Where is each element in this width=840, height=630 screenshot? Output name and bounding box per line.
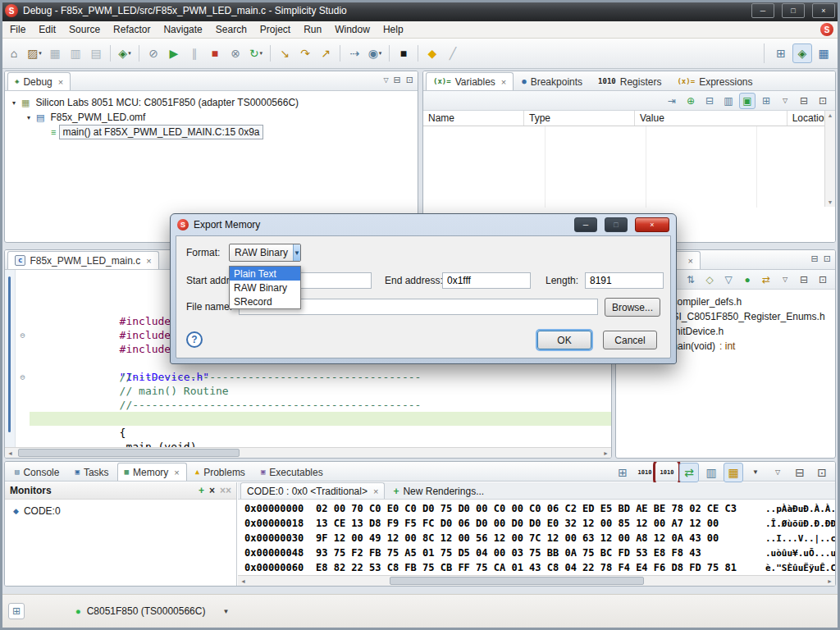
- sort-icon[interactable]: ⇅: [682, 272, 699, 288]
- step-return-icon[interactable]: ↗: [316, 43, 336, 63]
- cancel-button[interactable]: Cancel: [603, 331, 657, 349]
- simplicity-perspective-icon[interactable]: ▦: [814, 43, 833, 63]
- memory-row[interactable]: 0x00000030 9F 12 00 49 12 00 8C 12 00 56…: [238, 531, 835, 546]
- menu-item[interactable]: Refactor: [107, 21, 157, 38]
- fold-column[interactable]: [16, 286, 30, 300]
- fold-column[interactable]: [16, 440, 30, 447]
- scrollbar-thumb[interactable]: [18, 449, 240, 457]
- view-menu-icon[interactable]: ▼: [746, 463, 765, 482]
- logical-structure-icon[interactable]: ▣: [739, 93, 756, 109]
- step-into-icon[interactable]: ↘: [275, 43, 294, 63]
- disconnect-icon[interactable]: ⊗: [226, 43, 245, 63]
- view-menu-icon[interactable]: ▽: [383, 77, 388, 84]
- tab-memory[interactable]: ▦ Memory ×: [117, 463, 187, 481]
- scroll-right-icon[interactable]: ►: [600, 448, 611, 458]
- dialog-titlebar[interactable]: S Export Memory ─ □ ×: [171, 214, 676, 235]
- hide-fields-icon[interactable]: ◇: [701, 272, 718, 288]
- window-close-button[interactable]: ×: [812, 3, 835, 18]
- code-line[interactable]: //Enter default mode: [16, 398, 611, 412]
- tab-console[interactable]: ▤ Console: [7, 463, 66, 481]
- view-menu-icon[interactable]: ▽: [777, 272, 793, 288]
- close-icon[interactable]: ×: [174, 468, 179, 477]
- restart-icon[interactable]: ↻ ▾: [246, 43, 266, 63]
- window-maximize-button[interactable]: □: [782, 3, 805, 18]
- tab-debug[interactable]: ◈ Debug ×: [7, 72, 71, 90]
- menu-item[interactable]: Help: [377, 21, 410, 38]
- code-line[interactable]: [16, 426, 611, 440]
- skip-breakpoints-icon[interactable]: ⊘: [144, 43, 163, 63]
- length-field[interactable]: [585, 272, 664, 289]
- open-perspective-icon[interactable]: ⊞: [771, 43, 791, 63]
- variables-table-body[interactable]: [423, 126, 835, 208]
- tab-breakpoints[interactable]: ● Breakpoints: [514, 72, 590, 90]
- ok-button[interactable]: OK: [537, 331, 591, 349]
- close-icon[interactable]: ×: [146, 256, 151, 266]
- scroll-right-icon[interactable]: ►: [824, 576, 835, 586]
- new-wizard-icon[interactable]: ▨ ▾: [25, 43, 44, 63]
- dialog-close-button[interactable]: ×: [635, 217, 669, 232]
- code-line[interactable]: while (1) {} // Spin forever: [16, 440, 611, 447]
- save-all-icon[interactable]: ▥: [66, 43, 85, 63]
- console-icon[interactable]: ■: [394, 43, 413, 63]
- fold-minus-icon[interactable]: ⊖: [20, 331, 25, 340]
- memory-row[interactable]: 0x00000048 93 75 F2 FB 75 A5 01 75 D5 04…: [238, 546, 835, 560]
- tab-tasks[interactable]: ▣ Tasks: [67, 463, 116, 481]
- browse-button[interactable]: Browse...: [605, 298, 660, 317]
- maximize-icon[interactable]: ⊡: [824, 254, 831, 263]
- window-minimize-button[interactable]: ─: [751, 3, 774, 18]
- column-header[interactable]: Value: [635, 111, 788, 126]
- scrollbar-thumb[interactable]: [390, 577, 644, 585]
- column-header[interactable]: Type: [524, 111, 635, 126]
- link-memory-rendering-icon[interactable]: ⇄: [679, 463, 699, 482]
- fold-column[interactable]: [16, 398, 30, 412]
- link-editor-icon[interactable]: ⇄: [758, 272, 774, 288]
- new-renderings-tab[interactable]: + New Renderings...: [386, 482, 491, 499]
- menu-item[interactable]: Edit: [32, 21, 62, 38]
- menu-item[interactable]: Search: [209, 21, 253, 38]
- remove-monitor-icon[interactable]: ×: [209, 485, 215, 496]
- dialog-maximize-button[interactable]: □: [605, 217, 628, 232]
- add-watch-icon[interactable]: ⊕: [682, 93, 699, 109]
- tree-row[interactable]: ≡ main() at F85X_PWM_LED_MAIN.C:15 0x9a: [5, 125, 418, 139]
- panel-menu-icon[interactable]: ▽: [768, 463, 788, 482]
- tab-variables[interactable]: (x)= Variables ×: [426, 72, 514, 90]
- help-button[interactable]: ?: [186, 331, 203, 348]
- scroll-left-icon[interactable]: ◄: [5, 448, 16, 458]
- debug-perspective-icon[interactable]: ◈: [792, 43, 812, 63]
- instruction-stepping-icon[interactable]: ⇢: [345, 43, 364, 63]
- memory-hex-dump[interactable]: 0x00000000 02 00 70 C0 E0 C0 D0 75 D0 00…: [238, 500, 835, 575]
- menu-item[interactable]: Window: [328, 21, 377, 38]
- scroll-down-icon[interactable]: ▼: [828, 199, 833, 205]
- dropdown-option[interactable]: SRecord: [230, 294, 300, 308]
- snapshot-icon[interactable]: ◉ ▾: [365, 43, 385, 63]
- resume-icon[interactable]: ▶: [164, 43, 184, 63]
- minimize-icon[interactable]: ⊟: [394, 75, 401, 84]
- import-memory-icon[interactable]: 1010: [657, 463, 677, 482]
- print-icon[interactable]: ▤: [86, 43, 106, 63]
- close-icon[interactable]: ×: [688, 256, 693, 266]
- maximize-icon[interactable]: ⊡: [812, 463, 832, 482]
- fold-column[interactable]: [16, 426, 30, 440]
- dropdown-option[interactable]: RAW Binary: [230, 281, 300, 294]
- remove-all-monitors-icon[interactable]: ××: [220, 485, 231, 496]
- expand-arrow-icon[interactable]: ▾: [10, 99, 18, 107]
- chevron-down-icon[interactable]: ▼: [222, 608, 229, 615]
- new-view-icon[interactable]: ⊞: [758, 93, 774, 109]
- code-line[interactable]: {: [16, 384, 611, 398]
- maximize-icon[interactable]: ⊡: [406, 75, 413, 84]
- new-tab-rendering-icon[interactable]: ▦: [724, 463, 743, 482]
- fold-column[interactable]: [16, 342, 30, 356]
- fold-column[interactable]: [16, 272, 30, 286]
- format-combobox[interactable]: RAW Binary ▼: [229, 244, 301, 262]
- new-rendering-icon[interactable]: ⊞: [613, 463, 632, 482]
- terminate-icon[interactable]: ■: [205, 43, 225, 63]
- column-header[interactable]: Name: [423, 111, 524, 126]
- menu-item[interactable]: Run: [297, 21, 328, 38]
- minimize-icon[interactable]: ⊟: [796, 93, 812, 109]
- view-menu-icon[interactable]: ▽: [777, 93, 793, 109]
- menu-item[interactable]: Navigate: [157, 21, 208, 38]
- tab-editor-file[interactable]: c F85x_PWM_LED_main.c ×: [7, 251, 159, 269]
- tree-row[interactable]: ▾ ▤ F85x_PWM_LED.omf: [5, 110, 418, 125]
- tab-registers[interactable]: 1010 Registers: [591, 72, 669, 90]
- target-device-selector[interactable]: ● C8051F850 (TS0000566C) ▼: [75, 605, 229, 617]
